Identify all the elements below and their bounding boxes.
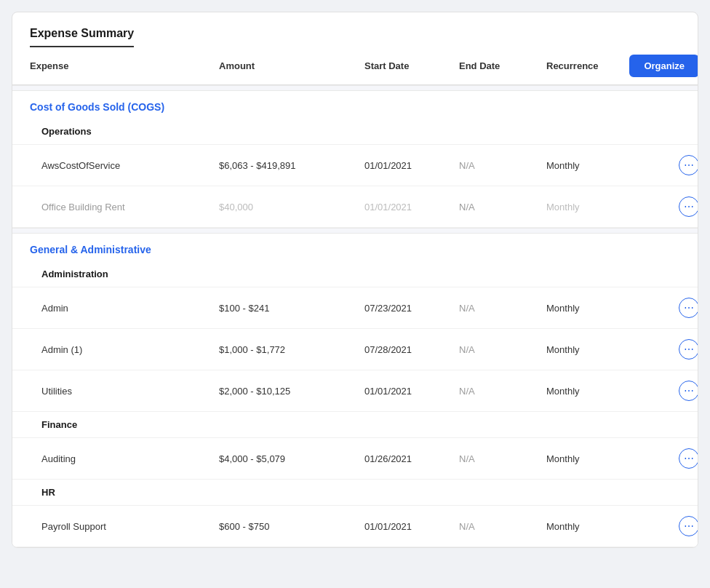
table-row: Auditing $4,000 - $5,079 01/26/2021 N/A … (12, 437, 698, 479)
expense-end-date: N/A (459, 521, 546, 532)
action-menu-icon[interactable]: ⋯ (679, 516, 698, 536)
expense-end-date: N/A (459, 160, 546, 171)
col-start-date: Start Date (364, 60, 459, 71)
expense-recurrence: Monthly (546, 202, 655, 212)
section-divider-ga (12, 228, 698, 234)
expense-end-date: N/A (459, 303, 546, 314)
expense-start-date: 07/23/2021 (364, 303, 459, 314)
expense-end-date: N/A (459, 344, 546, 355)
action-menu-icon[interactable]: ⋯ (679, 155, 698, 175)
action-menu-icon[interactable]: ⋯ (679, 381, 698, 401)
expense-recurrence: Monthly (546, 386, 655, 397)
table-header: Expense Amount Start Date End Date Recur… (12, 47, 698, 85)
table-row: Office Building Rent $40,000 01/01/2021 … (12, 186, 698, 227)
subcategory-title-administration: Administration (12, 261, 698, 287)
expense-start-date: 01/01/2021 (364, 202, 459, 212)
expense-amount: $100 - $241 (219, 303, 364, 314)
expense-name: Admin (30, 303, 219, 314)
expense-recurrence: Monthly (546, 303, 655, 314)
expense-amount: $4,000 - $5,079 (219, 453, 364, 464)
action-menu-icon[interactable]: ⋯ (679, 298, 698, 318)
table-row: Utilities $2,000 - $10,125 01/01/2021 N/… (12, 370, 698, 411)
subcategory-title-finance: Finance (12, 412, 698, 437)
expense-recurrence: Monthly (546, 344, 655, 355)
expense-start-date: 01/01/2021 (364, 386, 459, 397)
expense-name: Payroll Support (30, 521, 219, 532)
subcategory-title-hr: HR (12, 480, 698, 505)
expense-recurrence: Monthly (546, 521, 655, 532)
expense-name: Admin (1) (30, 344, 219, 355)
expense-amount: $1,000 - $1,772 (219, 344, 364, 355)
category-title-cogs: Cost of Goods Sold (COGS) (12, 91, 698, 119)
section-divider-cogs (12, 85, 698, 91)
subcategory-block-hr: HR Payroll Support $600 - $750 01/01/202… (12, 480, 698, 547)
expense-name: Utilities (30, 386, 219, 397)
expense-name: Office Building Rent (30, 202, 219, 212)
header-section: Expense Summary (12, 12, 698, 47)
expense-amount: $6,063 - $419,891 (219, 160, 364, 171)
expense-start-date: 01/01/2021 (364, 521, 459, 532)
expense-name: AwsCostOfService (30, 160, 219, 171)
action-menu-icon[interactable]: ⋯ (679, 196, 698, 217)
expense-start-date: 07/28/2021 (364, 344, 459, 355)
page-title: Expense Summary (30, 27, 134, 47)
expense-start-date: 01/26/2021 (364, 453, 459, 464)
table-row: Payroll Support $600 - $750 01/01/2021 N… (12, 505, 698, 547)
subcategory-block-administration: Administration Admin $100 - $241 07/23/2… (12, 261, 698, 412)
category-title-ga: General & Administrative (12, 234, 698, 261)
expense-end-date: N/A (459, 202, 546, 212)
expense-amount: $2,000 - $10,125 (219, 386, 364, 397)
subcategory-block-finance: Finance Auditing $4,000 - $5,079 01/26/2… (12, 412, 698, 480)
expense-end-date: N/A (459, 386, 546, 397)
action-menu-icon[interactable]: ⋯ (679, 448, 698, 469)
organize-button[interactable]: Organize (629, 55, 698, 77)
table-row: Admin (1) $1,000 - $1,772 07/28/2021 N/A… (12, 328, 698, 370)
subcategory-title-operations: Operations (12, 119, 698, 144)
subcategory-block-operations: Operations AwsCostOfService $6,063 - $41… (12, 119, 698, 228)
action-menu-icon[interactable]: ⋯ (679, 339, 698, 359)
expense-amount: $40,000 (219, 202, 364, 212)
col-amount: Amount (219, 60, 364, 71)
col-end-date: End Date (459, 60, 546, 71)
table-row: Admin $100 - $241 07/23/2021 N/A Monthly… (12, 287, 698, 328)
expense-start-date: 01/01/2021 (364, 160, 459, 171)
expense-recurrence: Monthly (546, 453, 655, 464)
expense-end-date: N/A (459, 453, 546, 464)
expense-name: Auditing (30, 453, 219, 464)
table-row: AwsCostOfService $6,063 - $419,891 01/01… (12, 144, 698, 186)
col-actions: Organize (655, 55, 698, 77)
expense-amount: $600 - $750 (219, 521, 364, 532)
expense-recurrence: Monthly (546, 160, 655, 171)
col-expense: Expense (30, 60, 219, 71)
expense-summary-container: Expense Summary Expense Amount Start Dat… (12, 12, 698, 548)
